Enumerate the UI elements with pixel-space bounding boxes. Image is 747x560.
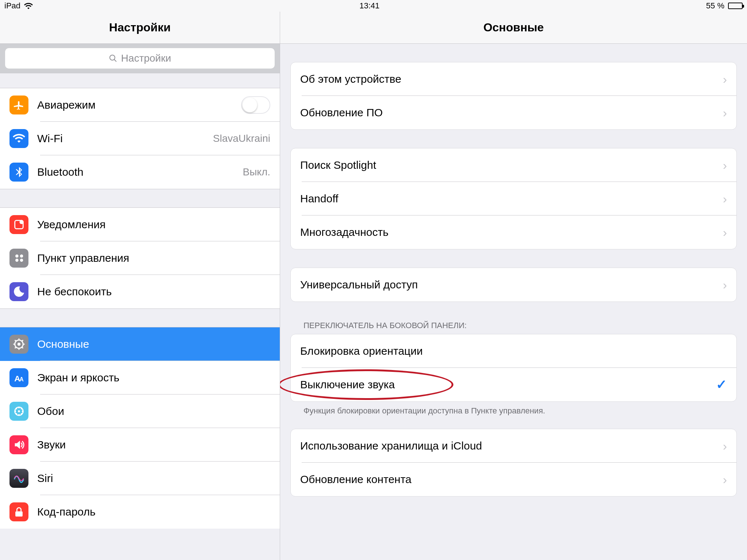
notifications-icon (9, 215, 28, 234)
detail-row-label: Выключение звука (300, 378, 716, 391)
svg-point-22 (18, 407, 20, 408)
airplane-toggle[interactable] (241, 96, 270, 114)
settings-sidebar: Настройки Настройки Авиарежим Wi-Fi (0, 12, 280, 560)
sidebar-item-label: Обои (37, 405, 270, 417)
sidebar-item-passcode[interactable]: Код-пароль (0, 495, 280, 529)
svg-rect-5 (20, 254, 23, 258)
svg-line-1 (114, 59, 116, 62)
sidebar-item-label: Не беспокоить (37, 285, 270, 298)
sidebar-item-sounds[interactable]: Звуки (0, 428, 280, 462)
sidebar-title: Настройки (0, 12, 280, 44)
sidebar-item-wifi[interactable]: Wi-Fi SlavaUkraini (0, 122, 280, 155)
svg-rect-7 (20, 258, 23, 262)
airplane-icon (9, 96, 28, 114)
sidebar-item-control-center[interactable]: Пункт управления (0, 241, 280, 275)
detail-row-mute[interactable]: Выключение звука ✓ (291, 368, 736, 401)
detail-row-accessibility[interactable]: Универсальный доступ › (291, 268, 736, 302)
detail-row-label: Об этом устройстве (300, 73, 718, 85)
sidebar-item-siri[interactable]: Siri (0, 462, 280, 495)
control-center-icon (9, 249, 28, 268)
detail-row-about[interactable]: Об этом устройстве › (291, 62, 736, 96)
sidebar-item-label: Bluetooth (37, 166, 243, 178)
sidebar-item-bluetooth[interactable]: Bluetooth Выкл. (0, 155, 280, 189)
gear-icon (9, 335, 28, 354)
detail-row-lock-rotation[interactable]: Блокировка ориентации (291, 334, 736, 368)
section-storage: Использование хранилища и iCloud › Обнов… (290, 429, 737, 497)
svg-point-6 (15, 258, 19, 262)
lock-icon (9, 502, 28, 521)
search-placeholder: Настройки (121, 52, 171, 64)
svg-rect-30 (15, 512, 23, 517)
svg-point-9 (18, 343, 21, 346)
sidebar-item-label: Код-пароль (37, 506, 270, 518)
status-right: 55 % (706, 1, 743, 11)
sidebar-item-wallpaper[interactable]: Обои (0, 394, 280, 428)
sidebar-item-label: Wi-Fi (37, 132, 213, 145)
wallpaper-icon (9, 402, 28, 421)
svg-point-25 (22, 411, 23, 412)
search-icon (109, 54, 117, 63)
bluetooth-icon (9, 163, 28, 182)
svg-point-21 (18, 410, 20, 412)
sidebar-item-notifications[interactable]: Уведомления (0, 208, 280, 241)
svg-line-17 (22, 340, 23, 342)
sidebar-item-dnd[interactable]: Не беспокоить (0, 275, 280, 308)
detail-row-label: Обновление ПО (300, 106, 718, 119)
section-features: Поиск Spotlight › Handoff › Многозадачно… (290, 148, 737, 249)
chevron-right-icon: › (723, 192, 727, 206)
sidebar-group-device: Основные AA Экран и яркость Обои Звуки (0, 327, 280, 529)
chevron-right-icon: › (723, 472, 727, 487)
detail-row-label: Многозадачность (300, 226, 718, 238)
side-switch-footer: Функция блокировки ориентации доступна в… (290, 402, 737, 419)
search-input[interactable]: Настройки (5, 48, 275, 69)
svg-point-28 (16, 413, 17, 415)
sidebar-group-connectivity: Авиарежим Wi-Fi SlavaUkraini Bluetooth В… (0, 88, 280, 189)
device-label: iPad (4, 1, 20, 11)
svg-line-15 (22, 347, 23, 348)
sidebar-item-airplane[interactable]: Авиарежим (0, 88, 280, 122)
svg-point-29 (21, 408, 22, 409)
svg-point-26 (16, 408, 17, 409)
wifi-value: SlavaUkraini (213, 133, 270, 144)
svg-point-27 (21, 413, 22, 415)
detail-row-label: Блокировка ориентации (300, 345, 727, 357)
sidebar-item-label: Siri (37, 472, 270, 485)
sidebar-item-label: Авиарежим (37, 99, 241, 111)
chevron-right-icon: › (723, 225, 727, 240)
svg-point-24 (15, 411, 16, 412)
detail-row-label: Обновление контента (300, 473, 718, 486)
siri-icon (9, 469, 28, 488)
chevron-right-icon: › (723, 106, 727, 120)
sidebar-item-label: Пункт управления (37, 252, 270, 264)
status-left: iPad (4, 1, 33, 11)
detail-row-storage-icloud[interactable]: Использование хранилища и iCloud › (291, 429, 736, 463)
chevron-right-icon: › (723, 278, 727, 292)
detail-row-background-refresh[interactable]: Обновление контента › (291, 463, 736, 496)
detail-row-handoff[interactable]: Handoff › (291, 182, 736, 215)
wifi-status-icon (24, 3, 33, 9)
svg-line-16 (15, 347, 16, 348)
section-side-switch: Блокировка ориентации Выключение звука ✓ (290, 334, 737, 402)
checkmark-icon: ✓ (716, 377, 727, 392)
chevron-right-icon: › (723, 158, 727, 172)
sidebar-item-display[interactable]: AA Экран и яркость (0, 361, 280, 394)
sidebar-item-label: Уведомления (37, 218, 270, 231)
svg-text:A: A (19, 376, 23, 382)
detail-pane: Основные Об этом устройстве › Обновление… (280, 12, 747, 560)
detail-row-label: Поиск Spotlight (300, 159, 718, 171)
side-switch-header: ПЕРЕКЛЮЧАТЕЛЬ НА БОКОВОЙ ПАНЕЛИ: (290, 316, 737, 334)
detail-row-label: Handoff (300, 192, 718, 205)
sidebar-item-label: Экран и яркость (37, 372, 270, 384)
sidebar-item-label: Основные (37, 338, 270, 350)
sidebar-item-label: Звуки (37, 439, 270, 451)
chevron-right-icon: › (723, 439, 727, 453)
svg-line-14 (15, 340, 16, 342)
detail-row-label: Универсальный доступ (300, 279, 718, 291)
sidebar-item-general[interactable]: Основные (0, 327, 280, 361)
detail-row-spotlight[interactable]: Поиск Spotlight › (291, 148, 736, 182)
section-accessibility: Универсальный доступ › (290, 268, 737, 302)
detail-row-multitasking[interactable]: Многозадачность › (291, 215, 736, 249)
detail-row-software-update[interactable]: Обновление ПО › (291, 96, 736, 129)
bluetooth-value: Выкл. (243, 166, 270, 178)
svg-point-4 (15, 254, 19, 258)
